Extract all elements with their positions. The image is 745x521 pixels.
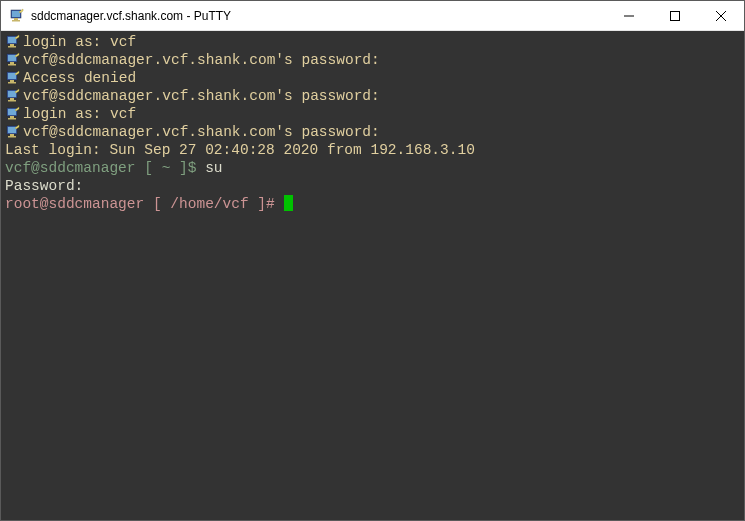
svg-rect-19 bbox=[8, 82, 16, 84]
putty-prompt-icon bbox=[5, 88, 21, 104]
terminal-cursor bbox=[284, 195, 293, 211]
terminal-line: vcf@sddcmanager [ ~ ]$ su bbox=[5, 159, 740, 177]
putty-prompt-icon bbox=[5, 52, 21, 68]
close-button[interactable] bbox=[698, 1, 744, 30]
svg-rect-3 bbox=[12, 20, 20, 22]
terminal-text: login as: vcf bbox=[23, 105, 136, 123]
window-title: sddcmanager.vcf.shank.com - PuTTY bbox=[31, 9, 606, 23]
terminal-text: login as: vcf bbox=[23, 33, 136, 51]
svg-rect-27 bbox=[8, 118, 16, 120]
svg-rect-18 bbox=[10, 80, 14, 82]
maximize-button[interactable] bbox=[652, 1, 698, 30]
terminal-area[interactable]: login as: vcf vcf@sddcmanager.vcf.shank.… bbox=[1, 31, 744, 520]
svg-rect-30 bbox=[10, 134, 14, 136]
terminal-line: login as: vcf bbox=[5, 105, 740, 123]
terminal-line: Access denied bbox=[5, 69, 740, 87]
svg-rect-5 bbox=[671, 11, 680, 20]
svg-rect-22 bbox=[10, 98, 14, 100]
svg-rect-14 bbox=[10, 62, 14, 64]
putty-prompt-icon bbox=[5, 106, 21, 122]
terminal-line: login as: vcf bbox=[5, 33, 740, 51]
terminal-line: Last login: Sun Sep 27 02:40:28 2020 fro… bbox=[5, 141, 740, 159]
minimize-button[interactable] bbox=[606, 1, 652, 30]
putty-prompt-icon bbox=[5, 124, 21, 140]
putty-prompt-icon bbox=[5, 34, 21, 50]
terminal-line: root@sddcmanager [ /home/vcf ]# bbox=[5, 195, 740, 213]
titlebar[interactable]: sddcmanager.vcf.shank.com - PuTTY bbox=[1, 1, 744, 31]
terminal-text: Access denied bbox=[23, 69, 136, 87]
terminal-text: Password: bbox=[5, 177, 83, 195]
svg-rect-10 bbox=[10, 44, 14, 46]
terminal-text: vcf@sddcmanager.vcf.shank.com's password… bbox=[23, 123, 380, 141]
terminal-line: Password: bbox=[5, 177, 740, 195]
terminal-line: vcf@sddcmanager.vcf.shank.com's password… bbox=[5, 123, 740, 141]
window-controls bbox=[606, 1, 744, 30]
svg-rect-23 bbox=[8, 100, 16, 102]
terminal-line: vcf@sddcmanager.vcf.shank.com's password… bbox=[5, 51, 740, 69]
putty-window: sddcmanager.vcf.shank.com - PuTTY login … bbox=[0, 0, 745, 521]
svg-rect-26 bbox=[10, 116, 14, 118]
terminal-text: vcf@sddcmanager [ ~ ]$ bbox=[5, 159, 205, 177]
putty-icon bbox=[9, 8, 25, 24]
terminal-text: Last login: Sun Sep 27 02:40:28 2020 fro… bbox=[5, 141, 475, 159]
terminal-text: vcf@sddcmanager.vcf.shank.com's password… bbox=[23, 51, 380, 69]
terminal-text: root@sddcmanager [ /home/vcf ]# bbox=[5, 195, 283, 213]
putty-prompt-icon bbox=[5, 70, 21, 86]
terminal-text: su bbox=[205, 159, 222, 177]
svg-rect-31 bbox=[8, 136, 16, 138]
svg-rect-2 bbox=[14, 18, 18, 20]
svg-rect-11 bbox=[8, 46, 16, 48]
svg-rect-1 bbox=[12, 11, 20, 17]
terminal-line: vcf@sddcmanager.vcf.shank.com's password… bbox=[5, 87, 740, 105]
terminal-text: vcf@sddcmanager.vcf.shank.com's password… bbox=[23, 87, 380, 105]
svg-rect-15 bbox=[8, 64, 16, 66]
